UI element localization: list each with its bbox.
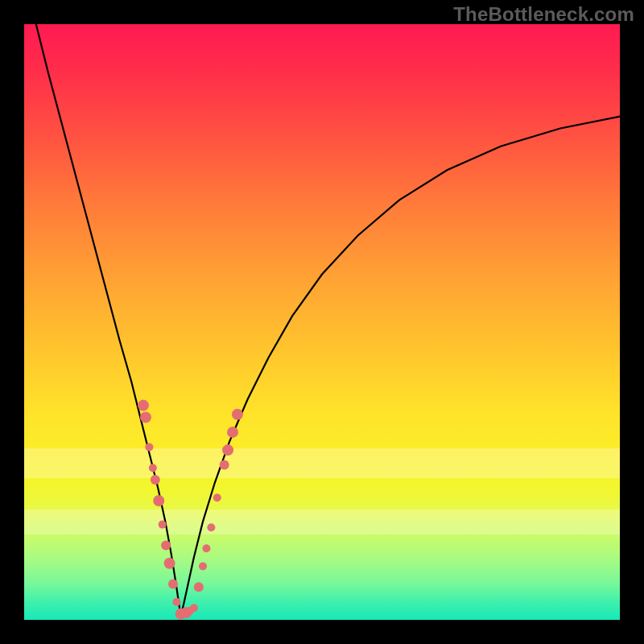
marker-dot bbox=[202, 544, 210, 552]
chart-frame: TheBottleneck.com bbox=[0, 0, 644, 644]
marker-dot bbox=[138, 400, 149, 411]
marker-dot bbox=[222, 444, 233, 456]
marker-dot bbox=[149, 464, 157, 472]
marker-dot bbox=[145, 443, 153, 451]
marker-dot bbox=[220, 460, 229, 470]
watermark-text: TheBottleneck.com bbox=[453, 3, 634, 26]
plot-area bbox=[24, 24, 620, 620]
curve-right-arm bbox=[181, 117, 620, 617]
marker-dot bbox=[153, 495, 164, 506]
marker-dot bbox=[140, 411, 151, 423]
curve-layer bbox=[24, 24, 620, 620]
marker-dot bbox=[172, 598, 180, 606]
marker-dot bbox=[161, 541, 171, 551]
marker-dot bbox=[199, 562, 207, 570]
marker-dot bbox=[159, 521, 167, 529]
marker-dot bbox=[190, 604, 198, 612]
marker-dot bbox=[151, 475, 160, 485]
marker-dot bbox=[168, 580, 178, 589]
marker-dot bbox=[194, 582, 204, 592]
marker-dot bbox=[164, 558, 175, 569]
curve-left-arm bbox=[36, 24, 181, 617]
marker-dot bbox=[213, 493, 221, 502]
marker-group bbox=[138, 400, 243, 620]
marker-dot bbox=[227, 427, 238, 438]
marker-dot bbox=[232, 409, 243, 420]
marker-dot bbox=[207, 523, 215, 531]
